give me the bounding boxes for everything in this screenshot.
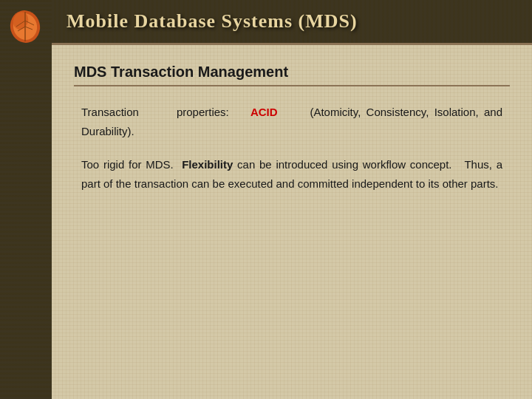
flexibility-text: Flexibility xyxy=(182,158,233,171)
title-bar: Mobile Database Systems (MDS) xyxy=(52,0,532,45)
paragraph-1-block: Transaction properties: ACID (Atomicity,… xyxy=(74,103,510,140)
leaf-icon xyxy=(6,6,44,44)
main-content: Mobile Database Systems (MDS) MDS Transa… xyxy=(52,0,532,399)
too-rigid-text: Too rigid for MDS. xyxy=(81,158,182,171)
section-title: MDS Transaction Management xyxy=(74,64,510,86)
content-area: MDS Transaction Management Transaction p… xyxy=(52,45,532,399)
paragraph-1: Transaction properties: ACID (Atomicity,… xyxy=(81,103,502,140)
slide-container: Mobile Database Systems (MDS) MDS Transa… xyxy=(0,0,532,399)
transaction-label: Transaction properties: xyxy=(81,106,250,118)
paragraph-2: Too rigid for MDS. Flexibility can be in… xyxy=(81,155,502,193)
left-sidebar-bar xyxy=(0,0,52,399)
acid-label: ACID xyxy=(250,106,278,118)
slide-title: Mobile Database Systems (MDS) xyxy=(66,10,358,32)
paragraph-2-block: Too rigid for MDS. Flexibility can be in… xyxy=(74,155,510,193)
